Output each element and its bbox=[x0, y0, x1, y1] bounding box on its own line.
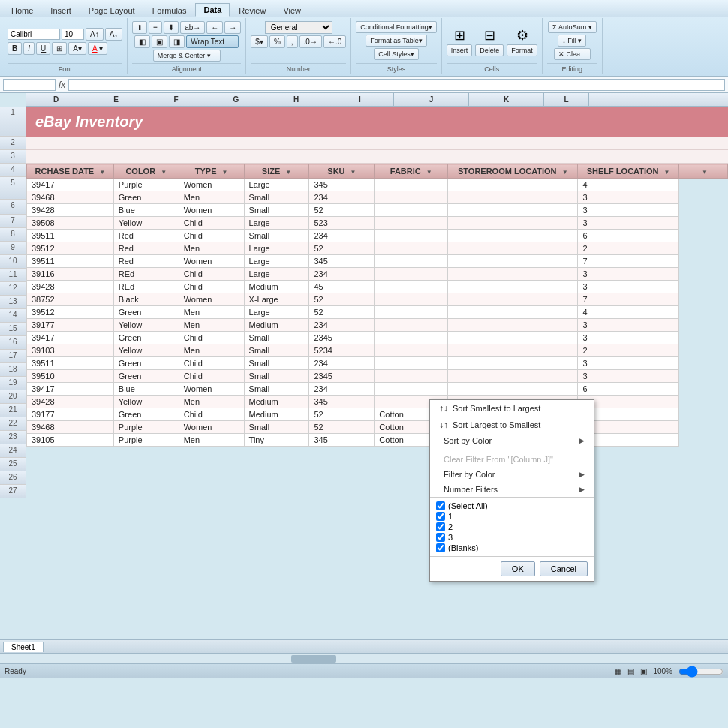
table-row[interactable]: 39428BlueWomenSmall523 bbox=[27, 204, 728, 217]
table-cell[interactable]: 3 bbox=[578, 332, 678, 344]
table-cell[interactable]: Child bbox=[179, 357, 244, 370]
clear-btn[interactable]: ✕ Clea... bbox=[554, 48, 591, 60]
table-cell[interactable] bbox=[375, 217, 448, 230]
table-row[interactable]: 39417BlueWomenSmall2346 bbox=[27, 383, 728, 396]
table-cell[interactable] bbox=[448, 230, 578, 242]
table-cell[interactable]: Green bbox=[113, 357, 179, 370]
font-shrink-btn[interactable]: A↓ bbox=[105, 28, 123, 41]
table-row[interactable]: 39512RedMenLarge522 bbox=[27, 242, 728, 255]
table-cell[interactable]: REd bbox=[113, 268, 179, 281]
table-cell[interactable]: 39417 bbox=[27, 179, 114, 191]
filter-arrow-sku[interactable]: ▼ bbox=[350, 169, 356, 176]
table-cell[interactable]: Small bbox=[244, 230, 309, 242]
table-cell[interactable] bbox=[448, 268, 578, 281]
table-cell[interactable]: 523 bbox=[309, 217, 375, 230]
table-cell[interactable]: 39177 bbox=[27, 408, 114, 421]
filter-arrow-date[interactable]: ▼ bbox=[99, 169, 105, 176]
table-cell[interactable]: X-Large bbox=[244, 293, 309, 306]
table-cell[interactable] bbox=[375, 332, 448, 344]
cb-3[interactable] bbox=[436, 533, 445, 542]
table-cell[interactable]: Small bbox=[244, 344, 309, 357]
clear-filter-item[interactable]: Clear Filter From "[Column J]" bbox=[430, 452, 594, 467]
decrease-decimal-btn[interactable]: ←.0 bbox=[323, 35, 346, 48]
table-cell[interactable]: Men bbox=[179, 306, 244, 319]
table-cell[interactable]: 3 bbox=[578, 370, 678, 383]
table-cell[interactable]: Women bbox=[179, 421, 244, 434]
tab-data[interactable]: Data bbox=[195, 3, 230, 17]
align-bottom-btn[interactable]: ⬇ bbox=[164, 21, 179, 34]
table-cell[interactable]: 3 bbox=[578, 268, 678, 281]
table-cell[interactable]: 45 bbox=[309, 281, 375, 293]
sort-by-color-item[interactable]: Sort by Color bbox=[430, 433, 594, 448]
table-row[interactable]: 39417GreenChildSmall23453 bbox=[27, 332, 728, 344]
border-btn[interactable]: ⊞ bbox=[52, 42, 67, 55]
table-cell[interactable]: 39103 bbox=[27, 344, 114, 357]
table-cell[interactable]: Tiny bbox=[244, 434, 309, 447]
table-cell[interactable]: 39512 bbox=[27, 306, 114, 319]
table-cell[interactable] bbox=[375, 255, 448, 268]
font-grow-btn[interactable]: A↑ bbox=[86, 28, 104, 41]
wrap-text-btn[interactable]: Wrap Text bbox=[186, 35, 239, 48]
cb-1[interactable] bbox=[436, 512, 445, 521]
table-row[interactable]: 39417PurpleWomenLarge3454 bbox=[27, 179, 728, 191]
col-header-g[interactable]: G bbox=[206, 93, 266, 106]
table-cell[interactable]: 6 bbox=[578, 383, 678, 396]
indent-decrease-btn[interactable]: ← bbox=[206, 21, 223, 34]
table-cell[interactable]: 234 bbox=[309, 319, 375, 332]
text-orient-btn[interactable]: ab→ bbox=[180, 21, 205, 34]
table-row[interactable]: 39511RedChildSmall2346 bbox=[27, 230, 728, 242]
font-name-input[interactable]: Calibri bbox=[8, 29, 60, 40]
percent-btn[interactable]: % bbox=[269, 35, 285, 48]
table-cell[interactable]: Medium bbox=[244, 281, 309, 293]
table-cell[interactable]: Large bbox=[244, 306, 309, 319]
table-cell[interactable]: 234 bbox=[309, 191, 375, 204]
table-cell[interactable] bbox=[448, 204, 578, 217]
table-cell[interactable]: 39177 bbox=[27, 319, 114, 332]
table-cell[interactable] bbox=[375, 242, 448, 255]
bold-btn[interactable]: B bbox=[8, 42, 22, 55]
table-row[interactable]: 38752BlackWomenX-Large527 bbox=[27, 293, 728, 306]
table-cell[interactable]: Purple bbox=[113, 434, 179, 447]
table-cell[interactable] bbox=[375, 179, 448, 191]
table-cell[interactable] bbox=[375, 370, 448, 383]
table-cell[interactable]: 39428 bbox=[27, 281, 114, 293]
table-cell[interactable] bbox=[375, 383, 448, 396]
zoom-slider[interactable] bbox=[678, 666, 723, 678]
view-layout[interactable]: ▤ bbox=[627, 667, 634, 675]
table-cell[interactable]: Child bbox=[179, 408, 244, 421]
cb-select-all[interactable] bbox=[436, 501, 445, 510]
table-cell[interactable] bbox=[448, 255, 578, 268]
filter-arrow-type[interactable]: ▼ bbox=[222, 169, 228, 176]
table-cell[interactable]: 52 bbox=[309, 293, 375, 306]
table-cell[interactable]: Medium bbox=[244, 319, 309, 332]
table-cell[interactable]: Women bbox=[179, 255, 244, 268]
table-cell[interactable]: Red bbox=[113, 230, 179, 242]
underline-btn[interactable]: U bbox=[36, 42, 50, 55]
table-cell[interactable]: Men bbox=[179, 242, 244, 255]
table-cell[interactable]: 39417 bbox=[27, 383, 114, 396]
comma-btn[interactable]: , bbox=[287, 35, 298, 48]
filter-by-color-item[interactable]: Filter by Color bbox=[430, 467, 594, 482]
table-cell[interactable]: 234 bbox=[309, 268, 375, 281]
table-cell[interactable]: 234 bbox=[309, 357, 375, 370]
table-cell[interactable]: 52 bbox=[309, 408, 375, 421]
table-cell[interactable] bbox=[448, 179, 578, 191]
table-cell[interactable]: 7 bbox=[578, 293, 678, 306]
table-cell[interactable] bbox=[375, 230, 448, 242]
tab-review[interactable]: Review bbox=[230, 4, 274, 17]
insert-btn[interactable]: Insert bbox=[447, 44, 473, 56]
table-cell[interactable]: Green bbox=[113, 191, 179, 204]
align-center-btn[interactable]: ▣ bbox=[152, 35, 167, 48]
number-filters-item[interactable]: Number Filters bbox=[430, 482, 594, 497]
table-cell[interactable]: Large bbox=[244, 255, 309, 268]
table-cell[interactable]: Child bbox=[179, 268, 244, 281]
table-row[interactable]: 39428YellowMenMedium3455 bbox=[27, 396, 728, 408]
table-cell[interactable]: 234 bbox=[309, 383, 375, 396]
align-right-btn[interactable]: ◨ bbox=[169, 35, 185, 48]
table-cell[interactable]: Women bbox=[179, 179, 244, 191]
table-cell[interactable]: Small bbox=[244, 332, 309, 344]
table-cell[interactable]: 39105 bbox=[27, 434, 114, 447]
table-cell[interactable]: Large bbox=[244, 217, 309, 230]
col-header-i[interactable]: I bbox=[326, 93, 394, 106]
table-cell[interactable]: 39468 bbox=[27, 421, 114, 434]
